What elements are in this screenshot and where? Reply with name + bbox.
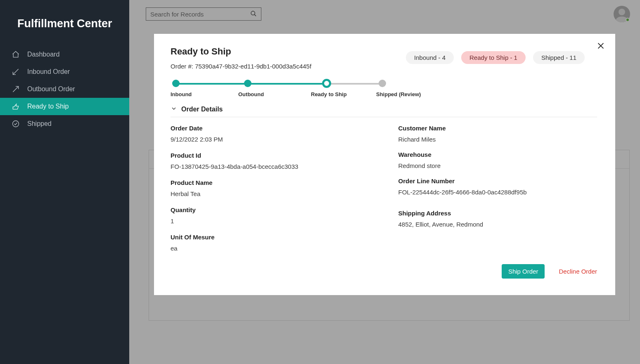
chevron-down-icon bbox=[171, 105, 177, 113]
product-id-value: FO-13870425-9a13-4bda-a054-bcecca6c3033 bbox=[171, 163, 370, 170]
order-line-value: FOL-225444dc-26f5-4666-8da0-0ac4288df95b bbox=[398, 189, 597, 196]
sidebar-item-label: Dashboard bbox=[27, 51, 59, 58]
field-label: Shipping Address bbox=[398, 210, 597, 217]
field-label: Product Name bbox=[171, 179, 370, 186]
uom-value: ea bbox=[171, 245, 370, 252]
sidebar-item-inbound-order[interactable]: Inbound Order bbox=[0, 63, 129, 80]
shipping-address-value: 4852, Elliot, Avenue, Redmond bbox=[398, 221, 597, 228]
field-label: Warehouse bbox=[398, 151, 597, 158]
product-name-value: Herbal Tea bbox=[171, 190, 370, 197]
sidebar: Fulfillment Center Dashboard Inbound Ord… bbox=[0, 0, 129, 364]
decline-order-button[interactable]: Decline Order bbox=[559, 268, 597, 275]
customer-name-value: Richard Miles bbox=[398, 136, 597, 143]
sidebar-nav: Dashboard Inbound Order Outbound Order R… bbox=[0, 46, 129, 132]
sidebar-item-dashboard[interactable]: Dashboard bbox=[0, 46, 129, 63]
ship-order-button[interactable]: Ship Order bbox=[502, 264, 545, 279]
field-label: Order Date bbox=[171, 125, 370, 132]
field-label: Order Line Number bbox=[398, 177, 597, 184]
sidebar-item-label: Inbound Order bbox=[27, 68, 70, 76]
close-button[interactable] bbox=[596, 41, 605, 52]
step-dot-inbound bbox=[172, 80, 180, 87]
order-date-value: 9/12/2022 2:03 PM bbox=[171, 136, 370, 143]
step-dot-shipped bbox=[379, 80, 386, 87]
arrow-in-icon bbox=[12, 68, 20, 76]
section-title: Order Details bbox=[181, 106, 223, 113]
sidebar-item-label: Ready to Ship bbox=[27, 103, 69, 110]
step-label: Outbound bbox=[238, 91, 264, 97]
step-label: Shipped (Review) bbox=[376, 91, 421, 97]
arrow-out-icon bbox=[12, 85, 20, 93]
pill-inbound[interactable]: Inbound - 4 bbox=[406, 51, 454, 64]
field-label: Unit Of Mesure bbox=[171, 234, 370, 241]
pill-ready-to-ship[interactable]: Ready to Ship - 1 bbox=[461, 51, 526, 64]
step-dot-ready bbox=[322, 79, 331, 88]
modal-overlay[interactable]: Ready to Ship Order #: 75390a47-9b32-ed1… bbox=[129, 0, 640, 364]
step-label: Ready to Ship bbox=[311, 91, 347, 97]
sidebar-item-shipped[interactable]: Shipped bbox=[0, 115, 129, 132]
order-details-toggle[interactable]: Order Details bbox=[171, 105, 597, 117]
sidebar-item-outbound-order[interactable]: Outbound Order bbox=[0, 80, 129, 98]
order-number: Order #: 75390a47-9b32-ed11-9db1-000d3a5… bbox=[171, 63, 311, 70]
step-label: Inbound bbox=[171, 91, 192, 97]
svg-point-0 bbox=[13, 121, 19, 127]
home-icon bbox=[12, 50, 20, 59]
field-label: Product Id bbox=[171, 152, 370, 159]
step-dot-outbound bbox=[244, 80, 251, 87]
sidebar-item-label: Shipped bbox=[27, 120, 52, 128]
sidebar-item-label: Outbound Order bbox=[27, 85, 75, 93]
quantity-value: 1 bbox=[171, 217, 370, 225]
sidebar-item-ready-to-ship[interactable]: Ready to Ship bbox=[0, 98, 129, 115]
order-modal: Ready to Ship Order #: 75390a47-9b32-ed1… bbox=[154, 34, 615, 295]
pill-shipped[interactable]: Shipped - 11 bbox=[533, 51, 585, 64]
modal-title: Ready to Ship bbox=[171, 46, 311, 57]
thumb-up-icon bbox=[12, 102, 20, 111]
field-label: Customer Name bbox=[398, 125, 597, 132]
field-label: Quantity bbox=[171, 206, 370, 213]
progress-stepper: Inbound Outbound Ready to Ship Shipped (… bbox=[171, 80, 597, 100]
app-title: Fulfillment Center bbox=[0, 0, 129, 30]
main-content: Ready to Ship Order #: 75390a47-9b32-ed1… bbox=[129, 0, 640, 364]
check-circle-icon bbox=[12, 120, 20, 128]
status-pill-row: Inbound - 4 Ready to Ship - 1 Shipped - … bbox=[406, 51, 585, 64]
warehouse-value: Redmond store bbox=[398, 162, 597, 169]
